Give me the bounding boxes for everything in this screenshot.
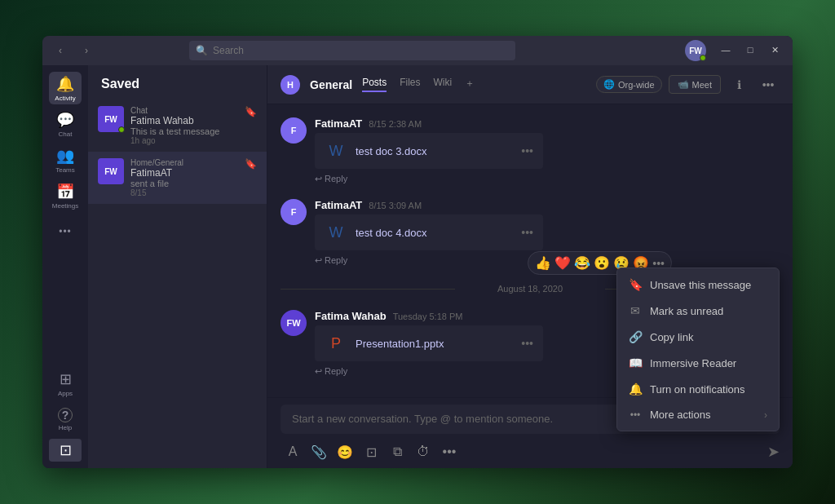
emoji-icon[interactable]: 😊 [333, 440, 357, 463]
saved-item-name2: FatimaAT [130, 167, 238, 179]
context-notifications[interactable]: 🔔 Turn on notifications [617, 376, 779, 402]
pptx-icon: P [325, 332, 347, 355]
sidebar-item-chat[interactable]: 💬 Chat [49, 108, 82, 140]
notifications-label: Turn on notifications [650, 383, 745, 396]
reaction-laugh[interactable]: 😂 [574, 255, 590, 271]
saved-avatar-fw: FW [98, 106, 124, 132]
gif-icon[interactable]: ⊡ [359, 440, 383, 463]
file-attachment-2: W test doc 4.docx ••• [315, 214, 543, 250]
context-unsave[interactable]: 🔖 Unsave this message [617, 272, 779, 298]
reply-button-1[interactable]: ↩ Reply [315, 172, 780, 186]
mark-unread-label: Mark as unread [650, 305, 723, 317]
reaction-heart[interactable]: ❤️ [554, 255, 571, 271]
back-button[interactable]: ‹ [49, 39, 72, 62]
status-dot [700, 55, 706, 61]
tab-posts[interactable]: Posts [362, 77, 387, 92]
search-input[interactable] [213, 45, 509, 56]
more-options-button[interactable]: ••• [757, 73, 780, 96]
immersive-reader-icon: 📖 [629, 356, 642, 369]
channel-header-right: 🌐 Org-wide 📹 Meet ℹ ••• [596, 73, 780, 96]
unsave-icon: 🔖 [629, 278, 642, 291]
msg-header-1: FatimaAT 8/15 2:38 AM [315, 117, 780, 130]
file-name-1: test doc 3.docx [356, 145, 426, 157]
channel-area: H General Posts Files Wiki ＋ 🌐 Org-wide … [267, 65, 793, 468]
close-button[interactable]: ✕ [763, 40, 786, 60]
attach-icon[interactable]: 📎 [307, 440, 331, 463]
forward-button[interactable]: › [75, 39, 98, 62]
compose-toolbar: A 📎 😊 ⊡ ⧉ ⏱ ••• ➤ [281, 439, 780, 465]
avatar[interactable]: FW [685, 40, 706, 61]
sidebar-label-meetings: Meetings [52, 202, 78, 210]
sidebar-bottom: ⊞ Apps ? Help ⊡ [49, 367, 82, 462]
msg-sender-2: FatimaAT [315, 199, 362, 211]
chat-icon: 💬 [56, 111, 74, 129]
msg-header-2: FatimaAT 8/15 3:09 AM [315, 199, 780, 211]
context-menu: 🔖 Unsave this message ✉ Mark as unread 🔗… [616, 267, 780, 431]
reaction-thumbs-up[interactable]: 👍 [535, 255, 551, 271]
context-mark-unread[interactable]: ✉ Mark as unread [617, 298, 779, 324]
file-more-1[interactable]: ••• [521, 144, 533, 157]
globe-icon: 🌐 [603, 79, 615, 90]
file-more-2[interactable]: ••• [521, 226, 533, 239]
tab-wiki[interactable]: Wiki [434, 77, 453, 92]
compose-placeholder: Start a new conversation. Type @ to ment… [292, 413, 553, 425]
send-button[interactable]: ➤ [767, 443, 780, 461]
copy-link-icon: 🔗 [629, 330, 642, 343]
meet-button[interactable]: 📹 Meet [669, 75, 721, 94]
sticker-icon[interactable]: ⧉ [385, 440, 409, 463]
sidebar-item-apps[interactable]: ⊞ Apps [49, 367, 82, 400]
sidebar-item-teams[interactable]: 👥 Teams [49, 144, 82, 176]
context-immersive-reader[interactable]: 📖 Immersive Reader [617, 350, 779, 376]
channel-header: H General Posts Files Wiki ＋ 🌐 Org-wide … [267, 65, 793, 104]
msg-sender-3: Fatima Wahab [315, 310, 387, 322]
sidebar-item-activity[interactable]: 🔔 Activity [49, 72, 82, 104]
video-icon: 📹 [678, 79, 689, 90]
title-bar: ‹ › 🔍 FW — □ ✕ [42, 36, 793, 65]
saved-title: Saved [88, 65, 267, 99]
sidebar-label-activity: Activity [55, 95, 75, 102]
reaction-wow[interactable]: 😮 [594, 255, 610, 271]
nav-buttons: ‹ › [49, 39, 98, 62]
mark-unread-icon: ✉ [629, 304, 642, 317]
notifications-icon: 🔔 [629, 382, 642, 396]
unsave-label: Unsave this message [650, 279, 751, 291]
minimize-button[interactable]: — [714, 40, 737, 60]
message-group-1: F FatimaAT 8/15 2:38 AM W test doc 3.doc… [281, 117, 780, 186]
saved-item-name: Fatima Wahab [130, 115, 238, 126]
apps-icon: ⊞ [60, 370, 72, 388]
saved-item-home-general[interactable]: FW Home/General FatimaAT sent a file 8/1… [88, 152, 267, 204]
saved-item-category2: Home/General [130, 158, 238, 167]
context-more-actions[interactable]: ••• More actions › [617, 402, 779, 427]
sidebar-label-teams: Teams [55, 166, 75, 174]
saved-item-time: 1h ago [130, 136, 238, 145]
window-controls: FW — □ ✕ [685, 40, 786, 61]
immersive-reader-label: Immersive Reader [650, 357, 736, 369]
file-name-3: Presentation1.pptx [356, 338, 444, 350]
main-layout: 🔔 Activity 💬 Chat 👥 Teams 📅 Meetings •••… [42, 65, 793, 468]
sidebar-item-active-indicator[interactable]: ⊡ [49, 439, 82, 462]
sidebar-label-chat: Chat [59, 130, 73, 138]
org-wide-label: Org-wide [618, 80, 655, 90]
more-actions-label: More actions [650, 409, 710, 421]
format-icon[interactable]: A [281, 440, 305, 463]
info-button[interactable]: ℹ [727, 73, 750, 96]
saved-item-category: Chat [130, 106, 238, 115]
sidebar-item-more[interactable]: ••• [49, 215, 82, 248]
file-more-3[interactable]: ••• [521, 337, 533, 350]
more-compose-icon[interactable]: ••• [437, 440, 462, 463]
active-view-icon: ⊡ [60, 441, 72, 459]
maximize-button[interactable]: □ [739, 40, 762, 60]
msg-time-1: 8/15 2:38 AM [369, 119, 422, 129]
tab-add[interactable]: ＋ [465, 77, 475, 92]
search-icon: 🔍 [196, 45, 208, 56]
sidebar-item-meetings[interactable]: 📅 Meetings [49, 179, 82, 212]
saved-item-content-hg: Home/General FatimaAT sent a file 8/15 [130, 158, 238, 197]
schedule-icon[interactable]: ⏱ [411, 440, 435, 463]
saved-avatar-fw2: FW [98, 158, 124, 184]
context-copy-link[interactable]: 🔗 Copy link [617, 324, 779, 350]
search-bar: 🔍 [189, 41, 515, 60]
tab-files[interactable]: Files [400, 77, 420, 92]
sidebar-item-help[interactable]: ? Help [49, 403, 82, 435]
copy-link-label: Copy link [650, 331, 693, 343]
saved-item-chat[interactable]: FW Chat Fatima Wahab This is a test mess… [88, 99, 267, 152]
